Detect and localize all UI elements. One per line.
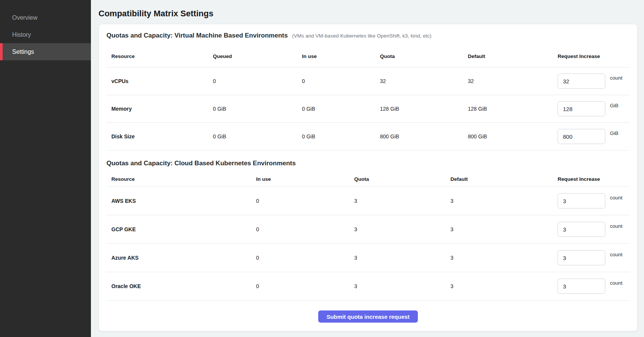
request-increase-cell: count (553, 222, 630, 237)
default-value: 3 (445, 255, 553, 261)
vm-col-quota: Quota (375, 53, 463, 60)
unit-label: count (610, 280, 622, 286)
k8s-col-request-increase: Request Increase (553, 176, 630, 182)
request-increase-cell: GiB (553, 101, 630, 116)
request-increase-cell: count (553, 193, 630, 208)
main-content: Compatibility Matrix Settings Quotas and… (91, 0, 644, 331)
vm-section-heading: Quotas and Capacity: Virtual Machine Bas… (106, 31, 630, 41)
table-row-aws-eks: AWS EKS 0 3 3 count (106, 187, 630, 215)
vm-table-header: Resource Queued In use Quota Default Req… (106, 53, 630, 67)
submit-quota-increase-button[interactable]: Submit quota increase request (318, 310, 418, 323)
unit-label: count (610, 223, 622, 229)
queued-value: 0 (208, 78, 297, 84)
azure-aks-request-input[interactable] (558, 250, 605, 265)
aws-eks-request-input[interactable] (558, 193, 605, 208)
table-row-memory: Memory 0 GiB 0 GiB 128 GiB 128 GiB GiB (106, 95, 630, 123)
quota-value: 3 (349, 226, 445, 232)
k8s-col-quota: Quota (349, 176, 445, 182)
table-row-vcpus: vCPUs 0 0 32 32 count (106, 67, 630, 95)
row-label: GCP GKE (106, 226, 251, 232)
default-value: 3 (445, 283, 553, 289)
table-row-disk-size: Disk Size 0 GiB 0 GiB 800 GiB 800 GiB Gi… (106, 123, 630, 150)
in-use-value: 0 (251, 255, 349, 261)
vm-col-request-increase: Request Increase (553, 53, 630, 60)
unit-label: GiB (610, 130, 619, 136)
unit-label: count (610, 75, 622, 81)
row-label: Oracle OKE (106, 283, 251, 289)
unit-label: count (610, 195, 622, 201)
sidebar-item-overview-label: Overview (12, 14, 38, 21)
oracle-oke-request-input[interactable] (558, 279, 605, 294)
disk-size-request-input[interactable] (558, 129, 605, 144)
quota-value: 800 GiB (375, 133, 463, 140)
row-label: Disk Size (106, 133, 208, 140)
vm-section-subtitle: (VMs and VM-based Kubernetes like OpenSh… (292, 33, 431, 39)
sidebar-item-overview[interactable]: Overview (0, 9, 91, 26)
k8s-col-in-use: In use (251, 176, 349, 182)
table-row-oracle-oke: Oracle OKE 0 3 3 count (106, 272, 630, 301)
sidebar-item-settings-label: Settings (12, 49, 34, 55)
row-label: AWS EKS (106, 198, 251, 204)
k8s-col-resource: Resource (106, 176, 251, 182)
default-value: 3 (445, 226, 553, 232)
in-use-value: 0 GiB (297, 133, 375, 140)
table-row-gcp-gke: GCP GKE 0 3 3 count (106, 215, 630, 244)
unit-label: count (610, 252, 622, 257)
default-value: 3 (445, 198, 553, 204)
k8s-section-title: Quotas and Capacity: Cloud Based Kuberne… (106, 160, 296, 167)
vm-col-default: Default (463, 53, 553, 60)
in-use-value: 0 (251, 226, 349, 232)
table-row-azure-aks: Azure AKS 0 3 3 count (106, 244, 630, 272)
default-value: 32 (463, 78, 553, 84)
request-increase-cell: GiB (553, 129, 630, 144)
quotas-card: Quotas and Capacity: Virtual Machine Bas… (98, 24, 638, 331)
k8s-section-heading: Quotas and Capacity: Cloud Based Kuberne… (106, 159, 630, 168)
card-footer: Submit quota increase request (106, 301, 630, 331)
memory-request-input[interactable] (558, 101, 605, 116)
vm-col-queued: Queued (208, 53, 297, 60)
row-label: Memory (106, 106, 208, 112)
gcp-gke-request-input[interactable] (558, 222, 605, 237)
quota-value: 32 (375, 78, 463, 84)
quota-value: 3 (349, 283, 445, 289)
request-increase-cell: count (553, 74, 630, 89)
sidebar-item-history-label: History (12, 31, 31, 38)
k8s-col-default: Default (445, 176, 553, 182)
row-label: vCPUs (106, 78, 208, 84)
row-label: Azure AKS (106, 255, 251, 261)
default-value: 128 GiB (463, 106, 553, 112)
request-increase-cell: count (553, 279, 630, 294)
request-increase-cell: count (553, 250, 630, 265)
quota-value: 128 GiB (375, 106, 463, 112)
in-use-value: 0 (251, 283, 349, 289)
queued-value: 0 GiB (208, 106, 297, 112)
in-use-value: 0 GiB (297, 106, 375, 112)
vm-col-resource: Resource (106, 53, 208, 60)
k8s-table-header: Resource In use Quota Default Request In… (106, 176, 630, 187)
default-value: 800 GiB (463, 133, 553, 140)
queued-value: 0 GiB (208, 133, 297, 140)
vm-section-title: Quotas and Capacity: Virtual Machine Bas… (106, 32, 288, 39)
page-title: Compatibility Matrix Settings (98, 8, 638, 19)
unit-label: GiB (610, 103, 619, 108)
vm-col-in-use: In use (297, 53, 375, 60)
sidebar-item-settings[interactable]: Settings (0, 43, 91, 60)
sidebar-item-history[interactable]: History (0, 26, 91, 43)
quota-value: 3 (349, 255, 445, 261)
sidebar: Overview History Settings (0, 0, 91, 337)
in-use-value: 0 (251, 198, 349, 204)
vcpus-request-input[interactable] (558, 74, 605, 89)
in-use-value: 0 (297, 78, 375, 84)
quota-value: 3 (349, 198, 445, 204)
